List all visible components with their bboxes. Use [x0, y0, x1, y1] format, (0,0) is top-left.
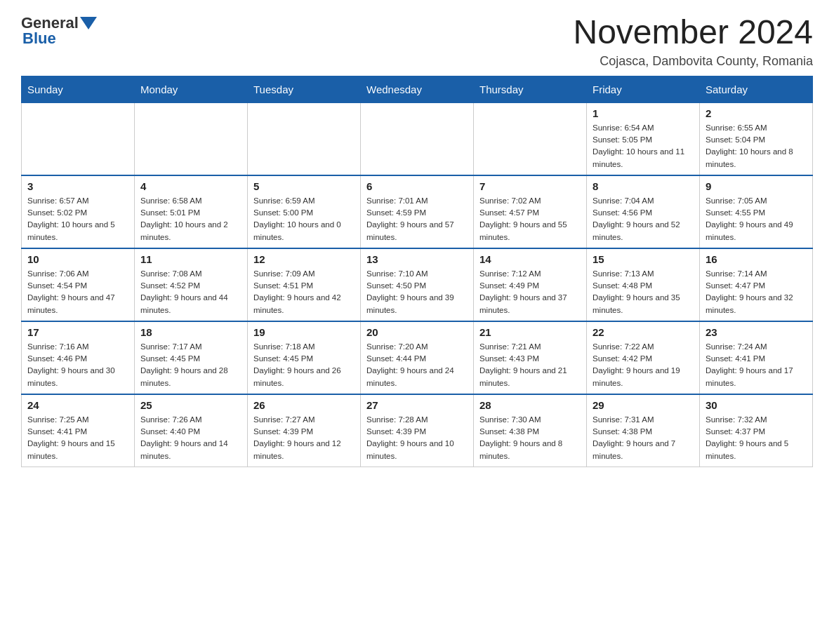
day-number: 28 — [479, 399, 581, 411]
day-info: Sunrise: 7:16 AM Sunset: 4:46 PM Dayligh… — [27, 341, 128, 389]
calendar-week-row: 17Sunrise: 7:16 AM Sunset: 4:46 PM Dayli… — [22, 321, 813, 394]
day-info: Sunrise: 7:32 AM Sunset: 4:37 PM Dayligh… — [706, 414, 807, 462]
calendar-week-row: 10Sunrise: 7:06 AM Sunset: 4:54 PM Dayli… — [22, 248, 813, 321]
day-number: 20 — [366, 326, 468, 338]
calendar-cell — [135, 102, 248, 175]
calendar-cell: 15Sunrise: 7:13 AM Sunset: 4:48 PM Dayli… — [587, 248, 700, 321]
day-number: 12 — [253, 253, 355, 265]
day-number: 24 — [27, 399, 128, 411]
calendar-cell — [474, 102, 587, 175]
day-number: 18 — [140, 326, 241, 338]
calendar-table: SundayMondayTuesdayWednesdayThursdayFrid… — [21, 76, 813, 467]
day-info: Sunrise: 7:05 AM Sunset: 4:55 PM Dayligh… — [706, 195, 807, 243]
day-info: Sunrise: 6:58 AM Sunset: 5:01 PM Dayligh… — [140, 195, 241, 243]
day-number: 4 — [140, 180, 241, 192]
calendar-cell — [22, 102, 135, 175]
day-number: 26 — [253, 399, 355, 411]
day-info: Sunrise: 7:01 AM Sunset: 4:59 PM Dayligh… — [366, 195, 468, 243]
day-info: Sunrise: 7:21 AM Sunset: 4:43 PM Dayligh… — [479, 341, 581, 389]
page-header: General Blue November 2024 Cojasca, Damb… — [21, 14, 813, 69]
main-title: November 2024 — [573, 14, 813, 51]
calendar-cell: 4Sunrise: 6:58 AM Sunset: 5:01 PM Daylig… — [135, 175, 248, 248]
weekday-header-monday: Monday — [135, 76, 248, 102]
calendar-cell: 23Sunrise: 7:24 AM Sunset: 4:41 PM Dayli… — [700, 321, 813, 394]
calendar-cell: 18Sunrise: 7:17 AM Sunset: 4:45 PM Dayli… — [135, 321, 248, 394]
calendar-cell: 6Sunrise: 7:01 AM Sunset: 4:59 PM Daylig… — [361, 175, 474, 248]
day-info: Sunrise: 7:17 AM Sunset: 4:45 PM Dayligh… — [140, 341, 241, 389]
calendar-cell: 1Sunrise: 6:54 AM Sunset: 5:05 PM Daylig… — [587, 102, 700, 175]
day-info: Sunrise: 7:27 AM Sunset: 4:39 PM Dayligh… — [253, 414, 355, 462]
day-number: 2 — [706, 107, 807, 119]
day-info: Sunrise: 6:54 AM Sunset: 5:05 PM Dayligh… — [593, 122, 694, 170]
day-number: 13 — [366, 253, 468, 265]
calendar-cell: 14Sunrise: 7:12 AM Sunset: 4:49 PM Dayli… — [474, 248, 587, 321]
calendar-cell: 19Sunrise: 7:18 AM Sunset: 4:45 PM Dayli… — [248, 321, 361, 394]
day-number: 9 — [706, 180, 807, 192]
weekday-header-saturday: Saturday — [700, 76, 813, 102]
calendar-cell: 24Sunrise: 7:25 AM Sunset: 4:41 PM Dayli… — [22, 394, 135, 467]
calendar-cell: 29Sunrise: 7:31 AM Sunset: 4:38 PM Dayli… — [587, 394, 700, 467]
calendar-cell: 3Sunrise: 6:57 AM Sunset: 5:02 PM Daylig… — [22, 175, 135, 248]
calendar-cell: 27Sunrise: 7:28 AM Sunset: 4:39 PM Dayli… — [361, 394, 474, 467]
calendar-cell: 13Sunrise: 7:10 AM Sunset: 4:50 PM Dayli… — [361, 248, 474, 321]
day-number: 30 — [706, 399, 807, 411]
calendar-cell: 25Sunrise: 7:26 AM Sunset: 4:40 PM Dayli… — [135, 394, 248, 467]
day-number: 6 — [366, 180, 468, 192]
calendar-cell: 8Sunrise: 7:04 AM Sunset: 4:56 PM Daylig… — [587, 175, 700, 248]
day-info: Sunrise: 7:04 AM Sunset: 4:56 PM Dayligh… — [593, 195, 694, 243]
weekday-header-thursday: Thursday — [474, 76, 587, 102]
calendar-cell — [361, 102, 474, 175]
calendar-cell: 16Sunrise: 7:14 AM Sunset: 4:47 PM Dayli… — [700, 248, 813, 321]
day-number: 7 — [479, 180, 581, 192]
weekday-header-friday: Friday — [587, 76, 700, 102]
day-number: 22 — [593, 326, 694, 338]
calendar-week-row: 24Sunrise: 7:25 AM Sunset: 4:41 PM Dayli… — [22, 394, 813, 467]
day-info: Sunrise: 6:55 AM Sunset: 5:04 PM Dayligh… — [706, 122, 807, 170]
calendar-header-row: SundayMondayTuesdayWednesdayThursdayFrid… — [22, 76, 813, 102]
day-info: Sunrise: 7:25 AM Sunset: 4:41 PM Dayligh… — [27, 414, 128, 462]
weekday-header-sunday: Sunday — [22, 76, 135, 102]
calendar-cell: 10Sunrise: 7:06 AM Sunset: 4:54 PM Dayli… — [22, 248, 135, 321]
calendar-cell: 28Sunrise: 7:30 AM Sunset: 4:38 PM Dayli… — [474, 394, 587, 467]
calendar-cell: 22Sunrise: 7:22 AM Sunset: 4:42 PM Dayli… — [587, 321, 700, 394]
day-number: 27 — [366, 399, 468, 411]
subtitle: Cojasca, Dambovita County, Romania — [573, 54, 813, 69]
day-info: Sunrise: 7:31 AM Sunset: 4:38 PM Dayligh… — [593, 414, 694, 462]
day-number: 23 — [706, 326, 807, 338]
calendar-cell: 20Sunrise: 7:20 AM Sunset: 4:44 PM Dayli… — [361, 321, 474, 394]
day-number: 1 — [593, 107, 694, 119]
logo-triangle-icon — [80, 17, 97, 29]
weekday-header-wednesday: Wednesday — [361, 76, 474, 102]
logo-blue-text: Blue — [22, 29, 56, 47]
calendar-cell: 11Sunrise: 7:08 AM Sunset: 4:52 PM Dayli… — [135, 248, 248, 321]
day-number: 11 — [140, 253, 241, 265]
logo: General Blue — [21, 14, 98, 48]
day-number: 19 — [253, 326, 355, 338]
calendar-cell — [248, 102, 361, 175]
calendar-cell: 7Sunrise: 7:02 AM Sunset: 4:57 PM Daylig… — [474, 175, 587, 248]
day-info: Sunrise: 7:13 AM Sunset: 4:48 PM Dayligh… — [593, 268, 694, 316]
day-number: 29 — [593, 399, 694, 411]
calendar-cell: 21Sunrise: 7:21 AM Sunset: 4:43 PM Dayli… — [474, 321, 587, 394]
day-info: Sunrise: 7:14 AM Sunset: 4:47 PM Dayligh… — [706, 268, 807, 316]
day-info: Sunrise: 6:57 AM Sunset: 5:02 PM Dayligh… — [27, 195, 128, 243]
title-block: November 2024 Cojasca, Dambovita County,… — [573, 14, 813, 69]
day-info: Sunrise: 7:24 AM Sunset: 4:41 PM Dayligh… — [706, 341, 807, 389]
day-info: Sunrise: 7:09 AM Sunset: 4:51 PM Dayligh… — [253, 268, 355, 316]
day-info: Sunrise: 7:22 AM Sunset: 4:42 PM Dayligh… — [593, 341, 694, 389]
day-info: Sunrise: 7:06 AM Sunset: 4:54 PM Dayligh… — [27, 268, 128, 316]
day-info: Sunrise: 7:20 AM Sunset: 4:44 PM Dayligh… — [366, 341, 468, 389]
day-info: Sunrise: 7:18 AM Sunset: 4:45 PM Dayligh… — [253, 341, 355, 389]
day-number: 10 — [27, 253, 128, 265]
day-info: Sunrise: 7:28 AM Sunset: 4:39 PM Dayligh… — [366, 414, 468, 462]
day-number: 21 — [479, 326, 581, 338]
day-info: Sunrise: 7:10 AM Sunset: 4:50 PM Dayligh… — [366, 268, 468, 316]
calendar-week-row: 3Sunrise: 6:57 AM Sunset: 5:02 PM Daylig… — [22, 175, 813, 248]
day-number: 25 — [140, 399, 241, 411]
day-info: Sunrise: 7:02 AM Sunset: 4:57 PM Dayligh… — [479, 195, 581, 243]
day-number: 14 — [479, 253, 581, 265]
day-info: Sunrise: 7:08 AM Sunset: 4:52 PM Dayligh… — [140, 268, 241, 316]
day-number: 15 — [593, 253, 694, 265]
calendar-cell: 12Sunrise: 7:09 AM Sunset: 4:51 PM Dayli… — [248, 248, 361, 321]
day-info: Sunrise: 7:12 AM Sunset: 4:49 PM Dayligh… — [479, 268, 581, 316]
